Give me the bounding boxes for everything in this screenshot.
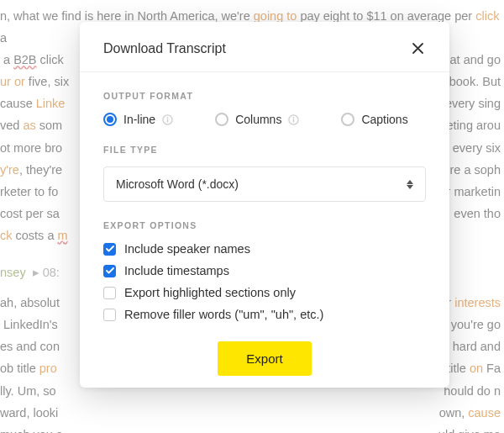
checkbox-highlighted-only[interactable]: Export highlighted sections only <box>103 286 426 299</box>
checkbox-icon <box>103 309 116 321</box>
radio-label: Columns <box>235 113 281 126</box>
checkbox-remove-fillers[interactable]: Remove filler words ("um", "uh", etc.) <box>103 308 426 321</box>
radio-icon <box>215 113 228 126</box>
radio-columns[interactable]: Columns <box>215 113 299 126</box>
checkbox-label: Include timestamps <box>124 264 229 277</box>
export-button[interactable]: Export <box>218 341 311 376</box>
checkbox-label: Export highlighted sections only <box>124 286 296 299</box>
export-options-label: EXPORT OPTIONS <box>103 220 426 230</box>
output-format-label: OUTPUT FORMAT <box>103 91 426 101</box>
checkbox-speaker-names[interactable]: Include speaker names <box>103 242 426 256</box>
checkbox-icon <box>103 287 116 299</box>
radio-captions[interactable]: Captions <box>341 113 407 126</box>
radio-label: Captions <box>361 113 407 126</box>
radio-label: In-line <box>123 113 155 126</box>
checkbox-icon <box>103 243 116 256</box>
select-caret-icon <box>407 180 413 189</box>
modal-title: Download Transcript <box>103 41 226 56</box>
checkbox-label: Remove filler words ("um", "uh", etc.) <box>124 308 323 321</box>
checkbox-icon <box>103 265 116 277</box>
info-icon[interactable] <box>162 114 173 125</box>
checkbox-label: Include speaker names <box>124 242 250 256</box>
download-transcript-modal: Download Transcript OUTPUT FORMAT In-lin… <box>80 22 449 388</box>
radio-icon <box>341 113 354 126</box>
file-type-value: Microsoft Word (*.docx) <box>116 177 239 191</box>
export-options-list: Include speaker names Include timestamps… <box>103 242 426 321</box>
checkbox-timestamps[interactable]: Include timestamps <box>103 264 426 277</box>
output-format-group: In-line Columns Captions <box>103 113 426 126</box>
file-type-label: FILE TYPE <box>103 145 426 155</box>
file-type-select[interactable]: Microsoft Word (*.docx) <box>103 166 426 202</box>
info-icon[interactable] <box>288 114 299 125</box>
close-icon <box>412 42 424 55</box>
svg-point-1 <box>167 117 169 119</box>
radio-inline[interactable]: In-line <box>103 113 173 126</box>
svg-point-4 <box>293 117 295 119</box>
radio-icon <box>103 113 117 126</box>
close-button[interactable] <box>410 40 426 56</box>
svg-rect-2 <box>167 119 168 122</box>
svg-rect-5 <box>293 119 294 122</box>
